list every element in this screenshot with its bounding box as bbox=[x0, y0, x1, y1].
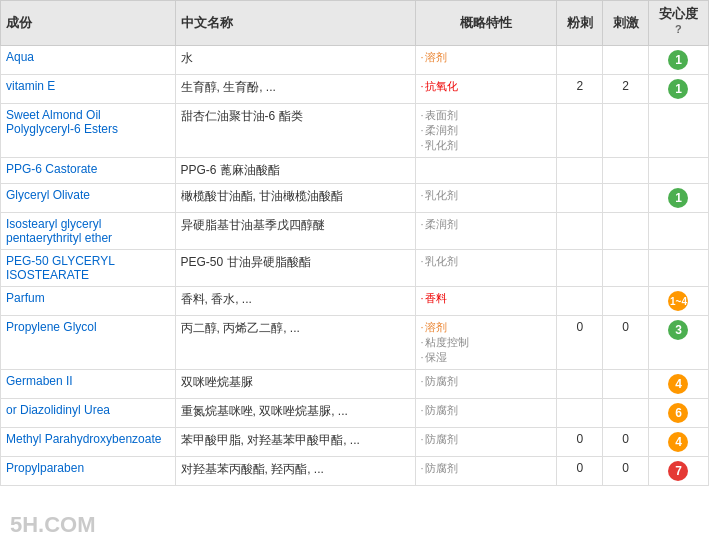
irritate-cell bbox=[603, 46, 649, 75]
irritate-cell bbox=[603, 399, 649, 428]
table-row: Sweet Almond Oil Polyglyceryl-6 Esters甜杏… bbox=[1, 104, 709, 158]
safety-cell bbox=[648, 158, 708, 184]
safety-cell: 6 bbox=[648, 399, 708, 428]
tags-cell: 溶剂粘度控制保湿 bbox=[415, 316, 557, 370]
irritate-cell bbox=[603, 250, 649, 287]
table-row: PPG-6 CastoratePPG-6 蓖麻油酸酯 bbox=[1, 158, 709, 184]
safety-badge: 1 bbox=[668, 50, 688, 70]
powder-cell bbox=[557, 184, 603, 213]
safety-cell bbox=[648, 250, 708, 287]
tags-cell: 防腐剂 bbox=[415, 428, 557, 457]
col-header-name: 中文名称 bbox=[175, 1, 415, 46]
watermark: 5H.COM bbox=[10, 512, 96, 538]
ingredient-cell[interactable]: Aqua bbox=[1, 46, 176, 75]
table-row: Glyceryl Olivate橄榄酸甘油酯, 甘油橄榄油酸酯乳化剂1 bbox=[1, 184, 709, 213]
name-cell: 双咪唑烷基脲 bbox=[175, 370, 415, 399]
table-row: Propylparaben对羟基苯丙酸酯, 羟丙酯, ...防腐剂007 bbox=[1, 457, 709, 486]
powder-cell: 2 bbox=[557, 75, 603, 104]
irritate-cell: 0 bbox=[603, 316, 649, 370]
tags-cell: 香料 bbox=[415, 287, 557, 316]
ingredient-cell[interactable]: Parfum bbox=[1, 287, 176, 316]
tags-cell: 防腐剂 bbox=[415, 370, 557, 399]
safety-badge: 4 bbox=[668, 432, 688, 452]
tags-cell: 溶剂 bbox=[415, 46, 557, 75]
name-cell: 重氮烷基咪唑, 双咪唑烷基脲, ... bbox=[175, 399, 415, 428]
name-cell: 水 bbox=[175, 46, 415, 75]
safety-cell: 4 bbox=[648, 370, 708, 399]
table-row: or Diazolidinyl Urea重氮烷基咪唑, 双咪唑烷基脲, ...防… bbox=[1, 399, 709, 428]
col-header-irritate: 刺激 bbox=[603, 1, 649, 46]
name-cell: 香料, 香水, ... bbox=[175, 287, 415, 316]
name-cell: PEG-50 甘油异硬脂酸酯 bbox=[175, 250, 415, 287]
ingredient-cell[interactable]: vitamin E bbox=[1, 75, 176, 104]
col-header-overview: 概略特性 bbox=[415, 1, 557, 46]
safety-badge: 1 bbox=[668, 79, 688, 99]
tags-cell: 乳化剂 bbox=[415, 250, 557, 287]
name-cell: 丙二醇, 丙烯乙二醇, ... bbox=[175, 316, 415, 370]
safety-help-icon[interactable]: ? bbox=[675, 23, 682, 35]
irritate-cell bbox=[603, 287, 649, 316]
powder-cell bbox=[557, 213, 603, 250]
table-row: Methyl Parahydroxybenzoate苯甲酸甲脂, 对羟基苯甲酸甲… bbox=[1, 428, 709, 457]
safety-cell: 1~4 bbox=[648, 287, 708, 316]
safety-cell: 4 bbox=[648, 428, 708, 457]
tags-cell: 乳化剂 bbox=[415, 184, 557, 213]
powder-cell bbox=[557, 287, 603, 316]
safety-badge: 6 bbox=[668, 403, 688, 423]
tags-cell: 表面剂柔润剂乳化剂 bbox=[415, 104, 557, 158]
name-cell: 橄榄酸甘油酯, 甘油橄榄油酸酯 bbox=[175, 184, 415, 213]
safety-badge: 3 bbox=[668, 320, 688, 340]
powder-cell bbox=[557, 370, 603, 399]
safety-cell: 1 bbox=[648, 75, 708, 104]
irritate-cell bbox=[603, 158, 649, 184]
name-cell: 生育醇, 生育酚, ... bbox=[175, 75, 415, 104]
tags-cell: 防腐剂 bbox=[415, 457, 557, 486]
table-row: Germaben II双咪唑烷基脲防腐剂4 bbox=[1, 370, 709, 399]
safety-cell bbox=[648, 213, 708, 250]
name-cell: PPG-6 蓖麻油酸酯 bbox=[175, 158, 415, 184]
irritate-cell: 0 bbox=[603, 428, 649, 457]
tags-cell: 防腐剂 bbox=[415, 399, 557, 428]
safety-badge: 4 bbox=[668, 374, 688, 394]
table-row: Propylene Glycol丙二醇, 丙烯乙二醇, ...溶剂粘度控制保湿0… bbox=[1, 316, 709, 370]
ingredient-cell[interactable]: or Diazolidinyl Urea bbox=[1, 399, 176, 428]
ingredient-cell[interactable]: Propylene Glycol bbox=[1, 316, 176, 370]
ingredient-cell[interactable]: Propylparaben bbox=[1, 457, 176, 486]
irritate-cell: 0 bbox=[603, 457, 649, 486]
powder-cell: 0 bbox=[557, 316, 603, 370]
irritate-cell: 2 bbox=[603, 75, 649, 104]
ingredient-cell[interactable]: Sweet Almond Oil Polyglyceryl-6 Esters bbox=[1, 104, 176, 158]
safety-badge: 1 bbox=[668, 188, 688, 208]
irritate-cell bbox=[603, 213, 649, 250]
table-row: Isostearyl glyceryl pentaerythrityl ethe… bbox=[1, 213, 709, 250]
powder-cell bbox=[557, 250, 603, 287]
irritate-cell bbox=[603, 370, 649, 399]
ingredient-cell[interactable]: Germaben II bbox=[1, 370, 176, 399]
safety-cell bbox=[648, 104, 708, 158]
col-header-safety: 安心度 ? bbox=[648, 1, 708, 46]
tags-cell bbox=[415, 158, 557, 184]
name-cell: 甜杏仁油聚甘油-6 酯类 bbox=[175, 104, 415, 158]
name-cell: 异硬脂基甘油基季戊四醇醚 bbox=[175, 213, 415, 250]
powder-cell bbox=[557, 158, 603, 184]
col-header-ingredient: 成份 bbox=[1, 1, 176, 46]
powder-cell: 0 bbox=[557, 428, 603, 457]
ingredient-cell[interactable]: Isostearyl glyceryl pentaerythrityl ethe… bbox=[1, 213, 176, 250]
powder-cell bbox=[557, 46, 603, 75]
irritate-cell bbox=[603, 104, 649, 158]
safety-cell: 1 bbox=[648, 46, 708, 75]
safety-badge: 7 bbox=[668, 461, 688, 481]
ingredient-cell[interactable]: Glyceryl Olivate bbox=[1, 184, 176, 213]
name-cell: 苯甲酸甲脂, 对羟基苯甲酸甲酯, ... bbox=[175, 428, 415, 457]
name-cell: 对羟基苯丙酸酯, 羟丙酯, ... bbox=[175, 457, 415, 486]
powder-cell bbox=[557, 399, 603, 428]
ingredient-cell[interactable]: PEG-50 GLYCERYL ISOSTEARATE bbox=[1, 250, 176, 287]
table-row: Parfum香料, 香水, ...香料1~4 bbox=[1, 287, 709, 316]
col-header-powder: 粉刺 bbox=[557, 1, 603, 46]
powder-cell bbox=[557, 104, 603, 158]
ingredient-cell[interactable]: Methyl Parahydroxybenzoate bbox=[1, 428, 176, 457]
safety-cell: 3 bbox=[648, 316, 708, 370]
table-row: PEG-50 GLYCERYL ISOSTEARATEPEG-50 甘油异硬脂酸… bbox=[1, 250, 709, 287]
ingredient-cell[interactable]: PPG-6 Castorate bbox=[1, 158, 176, 184]
tags-cell: 柔润剂 bbox=[415, 213, 557, 250]
